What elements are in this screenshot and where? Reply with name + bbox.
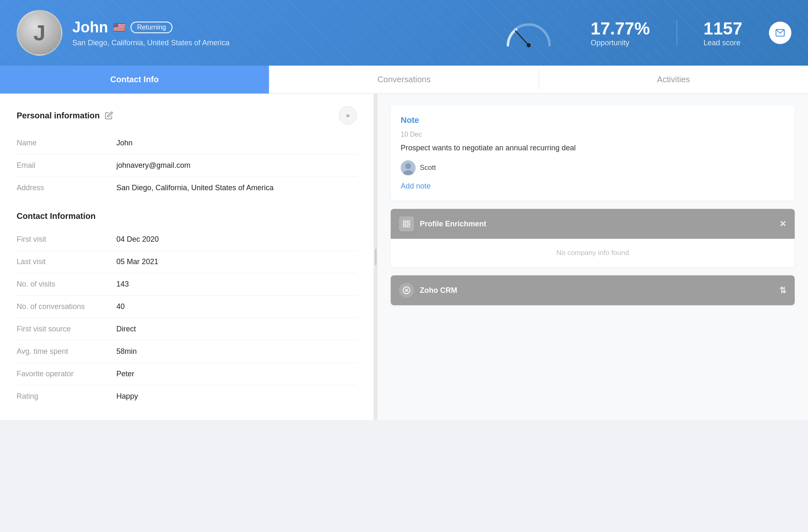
first-visit-value: 04 Dec 2020 xyxy=(116,228,357,251)
num-visits-label: No. of visits xyxy=(17,273,116,296)
lead-score-stat: 1157 Lead score xyxy=(704,19,742,47)
last-visit-label: Last visit xyxy=(17,251,116,273)
avg-time-value: 58min xyxy=(116,341,357,363)
expand-button[interactable]: » xyxy=(339,106,357,125)
table-row: Rating Happy xyxy=(17,385,357,408)
table-row: No. of visits 143 xyxy=(17,273,357,296)
edit-icon[interactable] xyxy=(105,111,113,120)
table-row: Avg. time spent 58min xyxy=(17,341,357,363)
note-date: 10 Dec xyxy=(401,131,785,138)
email-value: johnavery@gmail.com xyxy=(116,154,357,177)
avatar: J xyxy=(17,10,62,56)
main-layout: Personal information » Name John Email j… xyxy=(0,94,808,420)
header: J John 🇺🇸 Returning San Diego, Californi… xyxy=(0,0,808,66)
address-label: Address xyxy=(17,177,116,199)
lead-score-label: Lead score xyxy=(704,39,741,47)
contact-info-section: Contact Information First visit 04 Dec 2… xyxy=(17,211,357,407)
gauge-widget xyxy=(502,16,556,49)
note-title: Note xyxy=(401,115,785,125)
zoho-arrows-icon[interactable]: ⇅ xyxy=(779,285,786,295)
zoho-icon xyxy=(399,283,414,298)
email-button[interactable] xyxy=(769,22,791,44)
svg-rect-8 xyxy=(404,225,406,227)
zoho-header: Zoho CRM ⇅ xyxy=(391,275,795,305)
enrichment-close-icon[interactable]: ✕ xyxy=(779,219,786,229)
name-label: Name xyxy=(17,132,116,154)
svg-line-0 xyxy=(515,31,529,45)
fav-operator-value: Peter xyxy=(116,363,357,385)
contact-info-title: Contact Information xyxy=(17,211,96,221)
panel-divider[interactable] xyxy=(374,94,377,420)
rating-label: Rating xyxy=(17,385,116,408)
gauge-svg xyxy=(502,16,556,49)
name-value: John xyxy=(116,132,357,154)
email-icon xyxy=(775,28,785,38)
avg-time-label: Avg. time spent xyxy=(17,341,116,363)
contact-info-title-row: Contact Information xyxy=(17,211,357,221)
svg-rect-6 xyxy=(404,221,406,223)
right-panel: Note 10 Dec Prospect wants to negotiate … xyxy=(377,94,808,420)
fav-operator-label: Favorite operator xyxy=(17,363,116,385)
flag-icon: 🇺🇸 xyxy=(113,22,126,33)
rating-value: Happy xyxy=(116,385,357,408)
svg-rect-9 xyxy=(407,225,410,227)
opportunity-value: 17.77% xyxy=(591,19,650,39)
first-source-label: First visit source xyxy=(17,318,116,341)
header-info: John 🇺🇸 Returning San Diego, California,… xyxy=(72,19,475,47)
table-row: Address San Diego, California, United St… xyxy=(17,177,357,199)
svg-rect-7 xyxy=(407,221,410,223)
author-name: Scott xyxy=(420,164,436,172)
contact-name: John xyxy=(72,19,108,36)
svg-point-1 xyxy=(527,43,531,47)
table-row: Favorite operator Peter xyxy=(17,363,357,385)
author-avatar-img xyxy=(401,160,416,175)
enrichment-body: No company info found xyxy=(391,239,795,267)
num-conversations-value: 40 xyxy=(116,296,357,318)
stat-divider xyxy=(677,20,677,45)
zoho-title: Zoho CRM xyxy=(420,286,457,295)
num-visits-value: 143 xyxy=(116,273,357,296)
svg-point-4 xyxy=(405,163,411,169)
tabs-bar: Contact Info Conversations Activities xyxy=(0,66,808,94)
contact-info-table: First visit 04 Dec 2020 Last visit 05 Ma… xyxy=(17,228,357,407)
enrichment-icon-svg xyxy=(402,220,411,228)
table-row: Last visit 05 Mar 2021 xyxy=(17,251,357,273)
note-text: Prospect wants to negotiate an annual re… xyxy=(401,142,785,154)
opportunity-label: Opportunity xyxy=(591,39,629,47)
address-value: San Diego, California, United States of … xyxy=(116,177,357,199)
personal-info-title: Personal information xyxy=(17,111,100,120)
personal-info-section: Personal information » xyxy=(17,106,357,125)
profile-enrichment-card: Profile Enrichment ✕ No company info fou… xyxy=(391,209,795,267)
tab-conversations[interactable]: Conversations xyxy=(269,66,538,93)
num-conversations-label: No. of conversations xyxy=(17,296,116,318)
email-label: Email xyxy=(17,154,116,177)
first-visit-label: First visit xyxy=(17,228,116,251)
add-note-button[interactable]: Add note xyxy=(401,182,431,191)
lead-score-value: 1157 xyxy=(704,19,742,39)
enrichment-header: Profile Enrichment ✕ xyxy=(391,209,795,239)
enrichment-empty-text: No company info found xyxy=(557,249,629,257)
contact-location: San Diego, California, United States of … xyxy=(72,39,475,47)
enrichment-icon xyxy=(399,216,414,231)
tab-activities[interactable]: Activities xyxy=(539,66,808,93)
enrichment-title: Profile Enrichment xyxy=(420,220,486,228)
table-row: First visit 04 Dec 2020 xyxy=(17,228,357,251)
table-row: No. of conversations 40 xyxy=(17,296,357,318)
table-row: First visit source Direct xyxy=(17,318,357,341)
left-panel: Personal information » Name John Email j… xyxy=(0,94,374,420)
note-card: Note 10 Dec Prospect wants to negotiate … xyxy=(391,105,795,201)
note-author-row: Scott xyxy=(401,160,785,175)
table-row: Email johnavery@gmail.com xyxy=(17,154,357,177)
personal-info-table: Name John Email johnavery@gmail.com Addr… xyxy=(17,132,357,199)
last-visit-value: 05 Mar 2021 xyxy=(116,251,357,273)
table-row: Name John xyxy=(17,132,357,154)
zoho-crm-card: Zoho CRM ⇅ xyxy=(391,275,795,305)
author-avatar xyxy=(401,160,416,175)
tab-contact-info[interactable]: Contact Info xyxy=(0,66,269,93)
opportunity-stat: 17.77% Opportunity xyxy=(591,19,650,47)
zoho-icon-svg xyxy=(402,286,411,295)
returning-badge[interactable]: Returning xyxy=(131,22,172,33)
first-source-value: Direct xyxy=(116,318,357,341)
name-row: John 🇺🇸 Returning xyxy=(72,19,475,36)
